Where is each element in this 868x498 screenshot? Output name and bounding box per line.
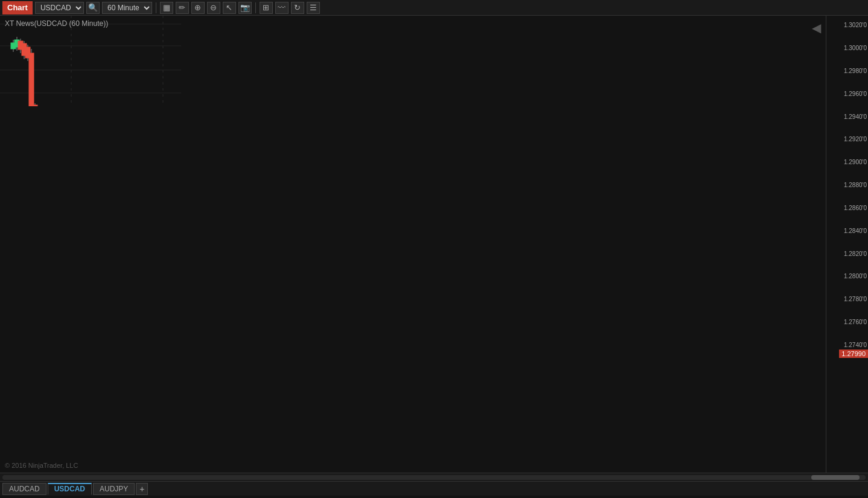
list-icon[interactable]: ☰ [307, 2, 320, 14]
current-price-label: 1.27990 [839, 350, 868, 358]
scrollbar-thumb[interactable] [811, 475, 860, 480]
scrollbar-track[interactable] [2, 475, 866, 480]
price-axis: 1.3020'0 1.3000'0 1.2980'0 1.2960'0 1.29… [826, 16, 868, 473]
price-level-12: 1.2800'0 [844, 273, 867, 279]
indicator1-icon[interactable]: ⊞ [260, 2, 273, 14]
price-level-1: 1.3020'0 [844, 22, 867, 28]
price-level-13: 1.2780'0 [844, 296, 867, 302]
svg-rect-49 [33, 105, 37, 106]
separator2 [255, 2, 256, 13]
bars-icon[interactable]: ▦ [160, 2, 173, 14]
topbar: Chart USDCAD 🔍 60 Minute ▦ ✏ ⊕ ⊖ ↖ 📷 ⊞ 〰… [0, 0, 868, 16]
svg-rect-47 [29, 53, 34, 106]
indicator2-icon[interactable]: 〰 [275, 2, 289, 14]
cursor-icon[interactable]: ↖ [223, 2, 236, 14]
chart-container: XT News(USDCAD (60 Minute)) ◀ [0, 16, 868, 473]
search-icon[interactable]: 🔍 [86, 2, 100, 14]
camera-icon[interactable]: 📷 [238, 2, 252, 14]
separator [156, 2, 156, 13]
bottom-tabs: AUDCAD USDCAD AUDJPY + [0, 481, 868, 496]
price-level-14: 1.2760'0 [844, 319, 867, 325]
tab-audcad[interactable]: AUDCAD [2, 483, 46, 495]
price-level-5: 1.2940'0 [844, 113, 867, 120]
zoom-in-icon[interactable]: ⊕ [191, 2, 205, 14]
price-level-10: 1.2840'0 [844, 227, 867, 234]
tab-usdcad[interactable]: USDCAD [48, 483, 92, 495]
price-level-7: 1.2900'0 [844, 159, 867, 165]
price-level-2: 1.3000'0 [844, 44, 867, 51]
chart-tab[interactable]: Chart [2, 1, 33, 14]
symbol-selector[interactable]: USDCAD [35, 2, 84, 14]
price-level-9: 1.2860'0 [844, 204, 867, 211]
watermark: © 2016 NinjaTrader, LLC [5, 462, 78, 469]
price-level-6: 1.2920'0 [844, 136, 867, 142]
price-level-4: 1.2960'0 [844, 90, 867, 97]
candle-group-1 [11, 37, 66, 106]
scrollbar-area [0, 473, 868, 481]
candlestick-chart: Gov Council Member Wilkins Speaks NAHB H… [0, 16, 181, 106]
price-level-11: 1.2820'0 [844, 250, 867, 257]
price-level-15: 1.2740'0 [844, 342, 867, 348]
price-level-3: 1.2980'0 [844, 67, 867, 74]
timeframe-selector[interactable]: 60 Minute [102, 2, 152, 14]
tab-audjpy[interactable]: AUDJPY [93, 483, 135, 495]
pencil-icon[interactable]: ✏ [176, 2, 189, 14]
chart-canvas[interactable]: XT News(USDCAD (60 Minute)) ◀ [0, 16, 826, 473]
add-tab-button[interactable]: + [136, 483, 148, 495]
bookmark-icon[interactable]: ◀ [812, 21, 821, 35]
indicator3-icon[interactable]: ↻ [291, 2, 304, 14]
price-level-8: 1.2880'0 [844, 182, 867, 188]
zoom-out-icon[interactable]: ⊖ [207, 2, 220, 14]
chart-title: XT News(USDCAD (60 Minute)) [5, 19, 108, 28]
